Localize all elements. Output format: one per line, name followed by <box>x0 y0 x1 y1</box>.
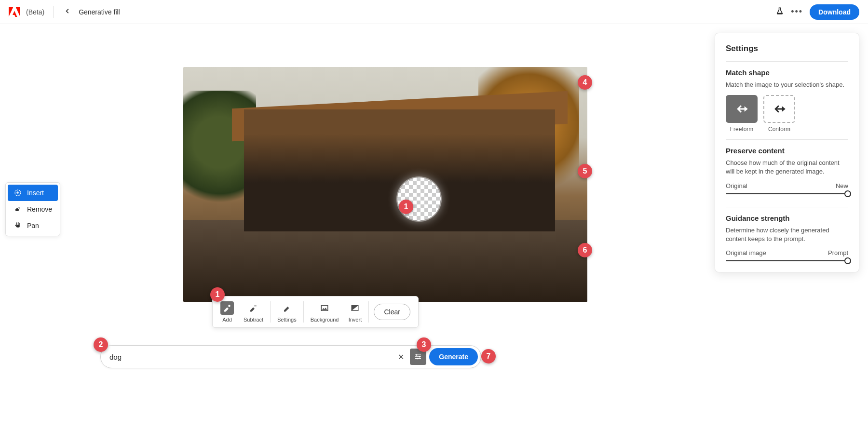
guidance-title: Guidance strength <box>726 214 848 222</box>
match-shape-title: Match shape <box>726 68 848 77</box>
labs-button[interactable] <box>775 7 784 17</box>
clear-selection-button[interactable]: Clear <box>374 304 410 320</box>
conform-icon <box>763 95 795 123</box>
preserve-slider[interactable] <box>726 193 848 194</box>
app-header: (Beta) Generative fill ••• Download <box>0 0 868 24</box>
adobe-logo-icon <box>9 6 20 18</box>
insert-label: Insert <box>27 189 44 197</box>
conform-label: Conform <box>768 126 790 133</box>
annotation-badge-6: 6 <box>578 243 592 257</box>
pan-label: Pan <box>27 222 39 229</box>
brush-subtract-button[interactable]: Subtract <box>239 299 268 324</box>
flask-icon <box>775 7 784 15</box>
annotation-badge-5: 5 <box>578 164 592 178</box>
svg-point-6 <box>417 358 418 359</box>
preserve-right-label: New <box>836 182 848 189</box>
background-label: Background <box>311 317 339 323</box>
preserve-desc: Choose how much of the original content … <box>726 159 848 176</box>
annotation-badge-7: 7 <box>481 349 496 363</box>
invert-icon <box>348 301 362 315</box>
invert-selection-button[interactable]: Invert <box>343 299 366 324</box>
settings-panel: Settings Match shape Match the image to … <box>715 33 859 272</box>
brush-subtract-label: Subtract <box>244 317 263 323</box>
page-title: Generative fill <box>79 8 120 16</box>
select-background-button[interactable]: Background <box>306 299 344 324</box>
back-button[interactable] <box>62 6 73 18</box>
annotation-badge-4: 4 <box>578 75 592 90</box>
chevron-left-icon <box>64 8 71 14</box>
selection-mask[interactable] <box>397 177 441 221</box>
match-shape-options: Freeform Conform <box>726 95 848 133</box>
freeform-label: Freeform <box>730 126 754 133</box>
match-shape-desc: Match the image to your selection's shap… <box>726 81 848 89</box>
insert-icon <box>14 188 22 197</box>
guidance-slider-thumb[interactable] <box>844 257 851 264</box>
svg-point-5 <box>419 356 420 358</box>
remove-mode-button[interactable]: Remove <box>8 201 58 217</box>
generate-button[interactable]: Generate <box>429 348 478 365</box>
close-icon: ✕ <box>398 353 404 361</box>
sliders-icon <box>414 352 422 361</box>
conform-option[interactable]: Conform <box>763 95 795 133</box>
annotation-badge-2: 2 <box>94 337 108 352</box>
pan-mode-button[interactable]: Pan <box>8 217 58 234</box>
canvas-image <box>183 67 587 302</box>
brush-settings-label: Settings <box>277 317 297 323</box>
brush-toolbar: Add Subtract Settings Background Invert <box>212 296 419 328</box>
preserve-slider-thumb[interactable] <box>844 190 851 197</box>
header-right: ••• Download <box>775 4 859 20</box>
ellipsis-icon: ••• <box>791 7 803 16</box>
brush-add-label: Add <box>222 317 232 323</box>
annotation-badge-1b: 1 <box>210 287 225 302</box>
more-menu-button[interactable]: ••• <box>791 7 803 17</box>
brush-settings-button[interactable]: Settings <box>272 299 301 324</box>
pan-icon <box>14 221 22 230</box>
guidance-right-label: Prompt <box>828 249 848 256</box>
annotation-badge-1a: 1 <box>399 200 413 214</box>
preserve-slider-labels: Original New <box>726 182 848 189</box>
invert-label: Invert <box>349 317 362 323</box>
header-left: (Beta) Generative fill <box>9 6 120 18</box>
brush-add-button[interactable]: Add <box>216 299 239 324</box>
remove-label: Remove <box>27 205 52 213</box>
brush-add-icon <box>220 301 234 315</box>
preserve-title: Preserve content <box>726 147 848 155</box>
annotation-badge-3: 3 <box>417 337 431 352</box>
beta-label: (Beta) <box>26 8 44 16</box>
remove-icon <box>14 205 22 214</box>
canvas[interactable] <box>183 67 587 302</box>
freeform-icon <box>726 95 758 123</box>
settings-title: Settings <box>726 44 848 54</box>
clear-prompt-button[interactable]: ✕ <box>395 350 407 364</box>
guidance-slider-labels: Original image Prompt <box>726 249 848 256</box>
brush-settings-icon <box>280 301 294 315</box>
insert-mode-button[interactable]: Insert <box>8 185 58 201</box>
svg-point-1 <box>228 305 231 307</box>
header-divider <box>53 6 54 18</box>
mode-toolbar: Insert Remove Pan <box>5 182 60 236</box>
brush-subtract-icon <box>246 301 260 315</box>
download-button[interactable]: Download <box>810 4 859 20</box>
guidance-slider[interactable] <box>726 260 848 261</box>
prompt-input[interactable] <box>109 353 395 361</box>
guidance-desc: Determine how closely the generated cont… <box>726 226 848 243</box>
freeform-option[interactable]: Freeform <box>726 95 758 133</box>
svg-point-4 <box>416 354 418 356</box>
guidance-left-label: Original image <box>726 249 766 256</box>
preserve-left-label: Original <box>726 182 747 189</box>
background-icon <box>318 301 331 315</box>
